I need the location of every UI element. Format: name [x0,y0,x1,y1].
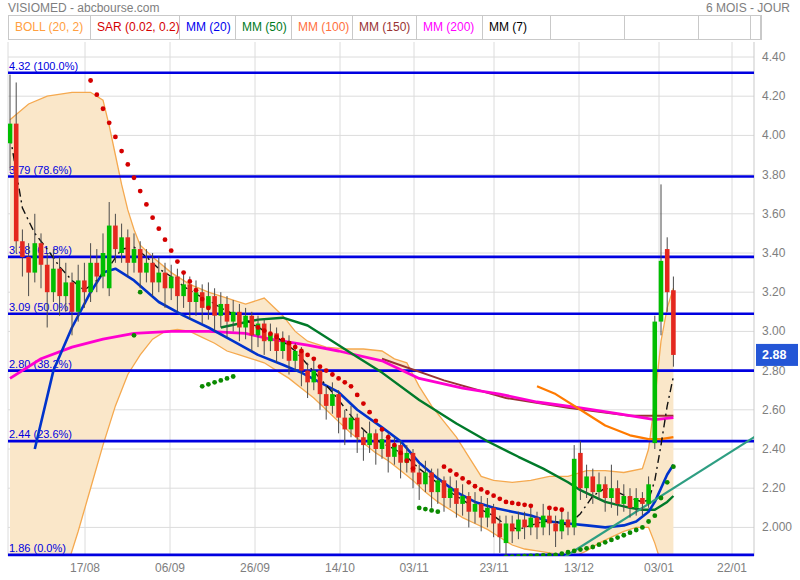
candle-body [547,516,552,524]
candle-body [367,433,372,445]
sar-dot [200,297,205,302]
y-tick-label: 3.20 [762,285,786,299]
candle-body [82,280,87,292]
price-tag: 2.88 [756,344,798,366]
x-tick-label: 06/09 [155,561,185,575]
candle-body [181,284,186,296]
candle-body [622,496,627,504]
sar-dot [485,490,490,495]
sar-dot [156,226,161,231]
sar-dot [280,338,285,343]
sar-dot [578,547,583,552]
candle-body [95,263,100,277]
sar-dot [138,290,143,295]
sar-dot [225,376,230,381]
y-tick-label: 3.00 [762,324,786,338]
candle-body [671,290,676,355]
sar-dot [132,175,137,180]
sar-dot [559,507,564,512]
candle-body [163,273,168,289]
sar-dot [218,378,223,383]
x-tick-label: 14/10 [325,561,355,575]
candle-body [231,312,236,322]
fib-label: 1.86 (0.0%) [9,542,66,554]
sar-dot [510,501,515,506]
fib-label: 4.32 (100.0%) [9,60,78,72]
sar-dot [293,345,298,350]
sar-dot [473,484,478,489]
candle-body [336,394,341,418]
sar-dot [566,550,571,555]
y-tick-label: 3.60 [762,207,786,221]
sar-dot [163,237,168,242]
legend-item-mm-7: MM (7) [483,16,551,39]
sar-dot [386,435,391,440]
sar-dot [268,331,273,336]
candle-body [603,484,608,498]
sar-dot [342,380,347,385]
sar-dot [150,215,155,220]
sar-dot [590,545,595,550]
sar-dot [107,120,112,125]
candle-body [473,504,478,512]
sar-dot [597,542,602,547]
sar-dot [429,508,434,513]
candle-body [522,520,527,528]
candle-body [609,488,614,498]
timeframe-label: 6 MOIS - JOUR [706,1,790,15]
sar-dot [640,525,645,530]
sar-dot [584,546,589,551]
y-tick-label: 2.20 [762,481,786,495]
price-chart: 4.32 (100.0%)3.79 (78.6%)3.38 (61.8%)3.0… [0,0,800,580]
sar-dot [392,443,397,448]
sar-dot [491,493,496,498]
sar-dot [367,410,372,415]
candle-body [33,243,38,272]
candle-body [169,277,174,289]
candle-body [101,253,106,277]
sar-dot [299,349,304,354]
candle-body [535,518,540,528]
sar-dot [380,427,385,432]
candle-body [386,439,391,457]
candle-body [460,496,465,504]
sar-dot [144,202,149,207]
candle-body [281,341,286,351]
sar-dot [497,496,502,501]
sar-dot [119,149,124,154]
candle-body [436,480,441,492]
sar-dot [423,507,428,512]
legend-item-mm-20: MM (20) [180,16,236,39]
candle-body [250,316,255,336]
x-tick-label: 23/11 [479,561,508,575]
legend-item-empty-9 [625,16,699,39]
legend-item-mm-200: MM (200) [417,16,483,39]
x-tick-label: 03/01 [644,561,674,575]
sar-dot [454,472,459,477]
sar-dot [324,368,329,373]
sar-dot [330,372,335,377]
legend-item-sar-0-02-0-2: SAR (0.02, 0.2) [91,16,180,39]
sar-dot [504,554,509,559]
candle-body [113,226,118,250]
sar-dot [287,341,292,346]
candle-body [467,496,472,512]
candle-body [299,351,304,371]
sar-dot [349,384,354,389]
sar-dot [460,476,465,481]
candle-body [144,263,149,273]
sar-dot [448,468,453,473]
legend-item-empty-11 [751,16,761,39]
sar-dot [311,356,316,361]
candle-body [498,523,503,537]
candle-body [119,237,124,253]
candle-body [479,504,484,518]
x-axis-labels: 17/0806/0926/0914/1003/1123/1113/1203/01… [70,561,747,575]
candle-body [132,249,137,263]
candle-body [57,269,62,296]
sar-dot [510,554,515,559]
candle-body [591,476,596,492]
sar-dot [609,538,614,543]
sar-dot [274,334,279,339]
sar-dot [113,135,118,140]
